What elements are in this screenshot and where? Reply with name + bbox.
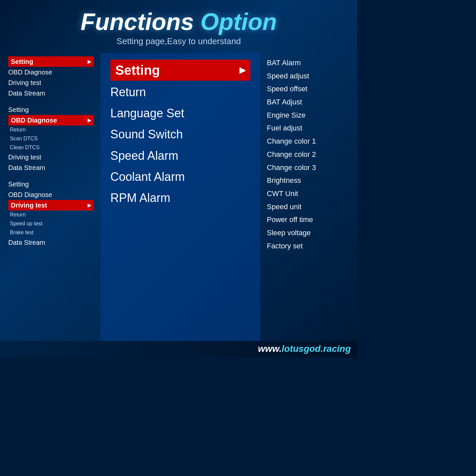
arrow-icon-3: ▶ [88, 202, 91, 208]
left-group-3: Setting OBD Diagnose Driving test ▶ Retu… [8, 179, 94, 247]
left-data-1[interactable]: Data Stream [8, 88, 94, 98]
right-fuel-adjust[interactable]: Fuel adjust [267, 122, 349, 135]
arrow-icon: ▶ [88, 59, 91, 65]
footer: www.lotusgod.racing [0, 341, 357, 357]
center-speed-alarm[interactable]: Speed Alarm [110, 146, 250, 165]
left-data-3[interactable]: Data Stream [8, 237, 94, 248]
left-clean-2[interactable]: Clean DTCS [8, 143, 94, 152]
center-language[interactable]: Language Set [110, 103, 250, 123]
arrow-icon-2: ▶ [88, 117, 91, 123]
left-setting-2[interactable]: Setting [8, 104, 94, 115]
left-column: Setting ▶ OBD Diagnose Driving test Data… [3, 53, 99, 341]
right-sleep-voltage[interactable]: Sleep voltage [267, 226, 349, 239]
center-coolant[interactable]: Coolant Alarm [110, 167, 250, 186]
right-change-color-2[interactable]: Change color 2 [267, 148, 349, 161]
left-group-2: Setting OBD Diagnose ▶ Return Scan DTCS … [8, 104, 94, 173]
left-driving-3[interactable]: Driving test ▶ [8, 200, 94, 210]
right-brightness[interactable]: Brightness [267, 174, 349, 187]
right-factory-set[interactable]: Factory set [267, 239, 349, 253]
right-power-off[interactable]: Power off time [267, 213, 349, 226]
left-group-1: Setting ▶ OBD Diagnose Driving test Data… [8, 56, 94, 98]
footer-url: www.lotusgod.racing [258, 344, 351, 354]
right-speed-offset[interactable]: Speed offset [267, 82, 349, 96]
left-brake-3[interactable]: Brake test [8, 228, 94, 237]
page-subtitle: Setting page,Easy to understand [7, 36, 351, 46]
left-driving-1[interactable]: Driving test [8, 77, 94, 88]
right-bat-adjust[interactable]: BAT Adjust [267, 96, 349, 109]
center-rpm[interactable]: RPM Alarm [110, 188, 250, 208]
center-column: Setting ▶ Return Language Set Sound Swit… [100, 53, 260, 341]
left-driving-2[interactable]: Driving test [8, 152, 94, 162]
left-setting-1[interactable]: Setting ▶ [8, 56, 94, 67]
right-engine-size[interactable]: Engine Size [267, 109, 349, 122]
center-sound[interactable]: Sound Switch [110, 125, 250, 144]
right-speed-adjust[interactable]: Speed adjust [267, 70, 349, 83]
left-obd-2[interactable]: OBD Diagnose ▶ [8, 115, 94, 126]
left-setting-3[interactable]: Setting [8, 179, 94, 189]
right-bat-alarm[interactable]: BAT Alarm [267, 56, 349, 70]
right-change-color-3[interactable]: Change color 3 [267, 161, 349, 174]
left-speedup-3[interactable]: Speed up test [8, 219, 94, 228]
left-return-2[interactable]: Return [8, 126, 94, 134]
title-functions: Functions [81, 9, 194, 35]
left-obd-3[interactable]: OBD Diagnose [8, 189, 94, 200]
center-return[interactable]: Return [110, 82, 250, 102]
right-speed-unit[interactable]: Speed unit [267, 200, 349, 213]
center-arrow-icon: ▶ [239, 66, 245, 75]
left-data-2[interactable]: Data Stream [8, 162, 94, 173]
header: Functions Option Setting page,Easy to un… [0, 0, 357, 50]
footer-domain: lotusgod.racing [282, 344, 351, 354]
main-area: Setting ▶ OBD Diagnose Driving test Data… [0, 50, 357, 341]
left-scan-2[interactable]: Scan DTCS [8, 134, 94, 143]
right-column: BAT Alarm Speed adjust Speed offset BAT … [262, 53, 354, 341]
right-cwt-unit[interactable]: CWT Unit [267, 187, 349, 200]
left-return-3[interactable]: Return [8, 210, 94, 219]
footer-www: www. [258, 344, 282, 354]
right-change-color-1[interactable]: Change color 1 [267, 135, 349, 148]
page-title: Functions Option [7, 10, 351, 34]
left-obd-1[interactable]: OBD Diagnose [8, 67, 94, 77]
title-option: Option [201, 9, 277, 35]
center-setting[interactable]: Setting ▶ [110, 60, 250, 81]
